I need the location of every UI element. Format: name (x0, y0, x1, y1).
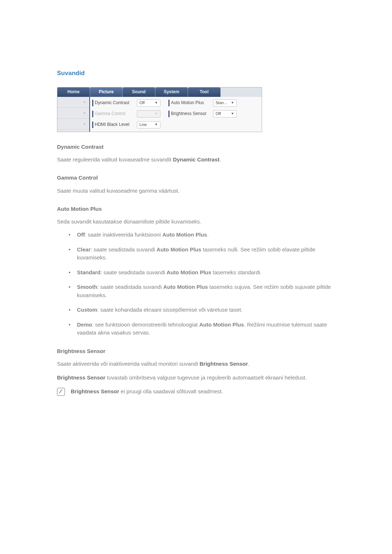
tab-picture[interactable]: Picture (90, 87, 123, 97)
tab-sound[interactable]: Sound (123, 87, 155, 97)
accent-bar-icon (168, 111, 170, 117)
list-item: Custom: saate kohandada ekraani sissepõl… (57, 306, 336, 314)
hdmi-black-level-dropdown[interactable]: Low ▼ (137, 121, 160, 128)
list-item: Off: saate inaktiveerida funktsiooni Aut… (57, 231, 336, 239)
list-item: Demo: see funktsioon demonstreerib tehno… (57, 321, 336, 337)
side-slot[interactable]: ▸ (57, 97, 89, 108)
paragraph: Saate muuta valitud kuvaseadme gamma vää… (57, 187, 336, 195)
tab-tool[interactable]: Tool (188, 87, 221, 97)
chevron-down-icon: ▼ (155, 122, 158, 127)
chevron-down-icon: ▼ (231, 111, 234, 116)
tab-bar: Home Picture Sound System Tool (57, 87, 262, 97)
paragraph: Seda suvandit kasutatakse dünaamiliste p… (57, 218, 336, 226)
list-item: Smooth: saate seadistada suvandi Auto Mo… (57, 283, 336, 299)
fields-column: Dynamic Contrast Off ▼ Auto Motion Plus … (90, 97, 262, 132)
chevron-down-icon: ▼ (155, 100, 158, 105)
settings-row: Dynamic Contrast Off ▼ Auto Motion Plus … (92, 98, 260, 108)
dropdown-value: Off (139, 100, 144, 106)
tab-system[interactable]: System (155, 87, 188, 97)
note: Brightness Sensor ei pruugi olla saadava… (57, 387, 336, 397)
field-label: Brightness Sensor (171, 111, 212, 117)
dropdown-value: Stan... (216, 100, 227, 106)
note-text: Brightness Sensor ei pruugi olla saadava… (71, 387, 223, 395)
side-slot[interactable]: ▸ (57, 108, 89, 119)
settings-screenshot: Home Picture Sound System Tool ▸ ▸ ▸ Dyn… (57, 87, 336, 132)
paragraph: Brightness Sensor tuvastab ümbritseva va… (57, 374, 336, 382)
field-label: Auto Motion Plus (171, 100, 212, 106)
settings-row: HDMI Black Level Low ▼ (92, 119, 260, 130)
paragraph: Saate reguleerida valitud kuvaseadme suv… (57, 156, 336, 164)
section-heading-auto-motion-plus: Auto Motion Plus (57, 205, 336, 213)
accent-bar-icon (168, 100, 170, 106)
list-item: Clear: saate seadistada suvandi Auto Mot… (57, 246, 336, 262)
side-slot[interactable]: ▸ (57, 119, 89, 130)
side-column: ▸ ▸ ▸ (57, 97, 90, 132)
note-icon (57, 388, 65, 396)
chevron-down-icon: ▼ (155, 111, 158, 116)
gamma-control-dropdown: ▼ (137, 110, 160, 118)
section-heading-dynamic-contrast: Dynamic Contrast (57, 143, 336, 151)
option-list: Off: saate inaktiveerida funktsiooni Aut… (57, 231, 336, 337)
field-label: Gamma Control (95, 111, 135, 117)
settings-row: Gamma Control ▼ Brightness Sensor Off ▼ (92, 108, 260, 119)
accent-bar-icon (92, 100, 93, 106)
accent-bar-icon (92, 111, 93, 117)
page-title: Suvandid (57, 69, 336, 78)
brightness-sensor-dropdown[interactable]: Off ▼ (213, 110, 237, 118)
chevron-down-icon: ▼ (231, 100, 234, 105)
accent-bar-icon (92, 122, 93, 128)
auto-motion-plus-dropdown[interactable]: Stan... ▼ (213, 99, 237, 107)
dropdown-value: Low (139, 122, 147, 128)
paragraph: Saate aktiveerida või inaktiveerida vali… (57, 360, 336, 368)
section-heading-brightness-sensor: Brightness Sensor (57, 347, 336, 355)
dynamic-contrast-dropdown[interactable]: Off ▼ (137, 99, 160, 107)
dropdown-value: Off (216, 111, 221, 117)
field-label: Dynamic Contrast (95, 100, 135, 106)
field-label: HDMI Black Level (95, 122, 135, 128)
list-item: Standard: saate seadistada suvandi Auto … (57, 268, 336, 277)
tab-home[interactable]: Home (57, 87, 90, 97)
section-heading-gamma-control: Gamma Control (57, 174, 336, 182)
